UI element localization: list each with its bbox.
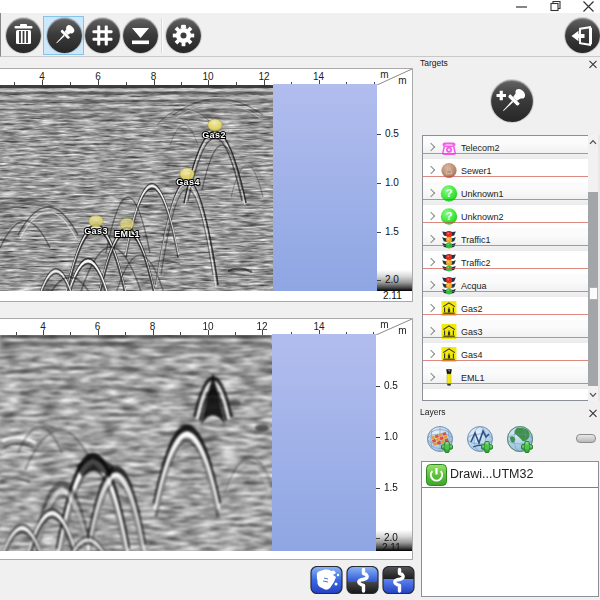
svg-text:?: ? xyxy=(445,187,452,199)
svg-text:Gas2: Gas2 xyxy=(202,130,226,140)
svg-text:Gas3: Gas3 xyxy=(84,226,108,236)
svg-text:?: ? xyxy=(445,210,452,222)
svg-text:Gas4: Gas4 xyxy=(176,177,200,187)
svg-text:EML1: EML1 xyxy=(114,229,140,239)
